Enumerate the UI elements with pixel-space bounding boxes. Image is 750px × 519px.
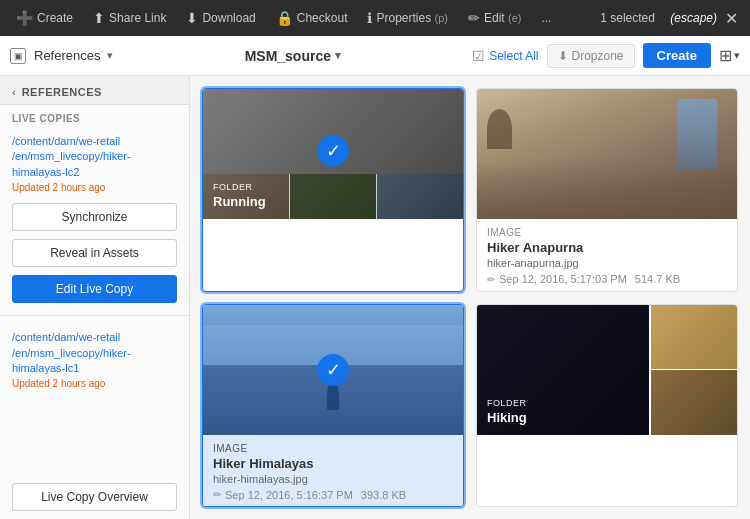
reveal-in-assets-btn[interactable]: Reveal in Assets <box>12 239 177 267</box>
check-icon-running: ✓ <box>317 135 349 167</box>
card-type-anapurna: IMAGE <box>487 227 727 238</box>
select-all-btn[interactable]: ☑ Select All <box>472 48 538 64</box>
edit-icon-anapurna: ✏ <box>487 274 495 285</box>
check-icon-himalayas: ✓ <box>317 354 349 386</box>
live-copies-title: LIVE COPIES <box>0 105 189 128</box>
hiker-anapurna-info: IMAGE Hiker Anapurna hiker-anapurna.jpg … <box>477 219 737 292</box>
card-dim-himalayas: 1620×1080 <box>213 505 453 508</box>
share-label: Share Link <box>109 11 166 25</box>
sidebar: ‹ REFERENCES LIVE COPIES /content/dam/we… <box>0 76 190 519</box>
hiker-himalayas-card[interactable]: ✓ IMAGE Hiker Himalayas hiker-himalayas.… <box>202 304 464 508</box>
card-type-running: FOLDER <box>213 182 453 192</box>
card-meta-himalayas: ✏ Sep 12, 2016, 5:16:37 PM 393.8 KB <box>213 489 453 501</box>
chevron-down-icon-view: ▾ <box>734 49 740 62</box>
content-area: FOLDER Running ✓ IMAGE <box>190 76 750 519</box>
pencil-icon: ✏ <box>468 10 480 26</box>
actionbar-right: ☑ Select All ⬇ Dropzone Create ⊞ ▾ <box>472 43 740 68</box>
card-filename-himalayas: hiker-himalayas.jpg <box>213 473 453 485</box>
msm-source-container: MSM_source ▾ <box>121 48 464 64</box>
live-copy-overview-btn[interactable]: Live Copy Overview <box>12 483 177 511</box>
dropzone-icon: ⬇ <box>558 49 568 63</box>
plus-icon: ➕ <box>16 10 33 26</box>
sidebar-divider <box>0 315 189 316</box>
chevron-down-icon-msm: ▾ <box>335 49 341 62</box>
card-filename-anapurna: hiker-anapurna.jpg <box>487 257 727 269</box>
references-label: References <box>34 48 100 63</box>
download-label: Download <box>202 11 255 25</box>
lock-icon: 🔒 <box>276 10 293 26</box>
card-dim-anapurna: 1620×1080 <box>487 289 727 292</box>
card-title-hiking: Hiking <box>487 410 639 425</box>
card-type-hiking: FOLDER <box>487 398 639 408</box>
running-folder-card[interactable]: FOLDER Running ✓ <box>202 88 464 292</box>
close-btn[interactable]: ✕ <box>721 7 742 30</box>
dropzone-btn[interactable]: ⬇ Dropzone <box>547 44 635 68</box>
create-btn-main[interactable]: Create <box>643 43 711 68</box>
card-title-running: Running <box>213 194 453 209</box>
edit-label: Edit (e) <box>484 11 521 25</box>
hiking-overlay: FOLDER Hiking <box>477 305 649 435</box>
edit-btn[interactable]: ✏ Edit (e) <box>460 6 529 30</box>
actionbar: ▣ References ▾ MSM_source ▾ ☑ Select All… <box>0 36 750 76</box>
toolbar: ➕ Create ⬆ Share Link ⬇ Download 🔒 Check… <box>0 0 750 36</box>
card-title-himalayas: Hiker Himalayas <box>213 456 453 471</box>
ellipsis-icon: ... <box>541 11 551 25</box>
download-icon: ⬇ <box>186 10 198 26</box>
share-link-btn[interactable]: ⬆ Share Link <box>85 6 174 30</box>
properties-label: Properties (p) <box>376 11 447 25</box>
edit-icon-himalayas: ✏ <box>213 489 221 500</box>
view-toggle[interactable]: ⊞ ▾ <box>719 46 740 65</box>
live-copy-item-2: /content/dam/we-retail/en/msm_livecopy/h… <box>0 324 189 395</box>
synchronize-btn[interactable]: Synchronize <box>12 203 177 231</box>
hiker-anapurna-card[interactable]: IMAGE Hiker Anapurna hiker-anapurna.jpg … <box>476 88 738 292</box>
main-layout: ‹ REFERENCES LIVE COPIES /content/dam/we… <box>0 76 750 519</box>
sidebar-header: ‹ REFERENCES <box>0 76 189 105</box>
properties-btn[interactable]: ℹ Properties (p) <box>359 6 455 30</box>
checkbox-icon: ☑ <box>472 48 485 64</box>
download-btn[interactable]: ⬇ Download <box>178 6 263 30</box>
more-btn[interactable]: ... <box>533 7 559 29</box>
back-btn[interactable]: ‹ <box>12 86 16 98</box>
checkout-btn[interactable]: 🔒 Checkout <box>268 6 356 30</box>
references-dropdown[interactable]: ▣ References ▾ <box>10 48 113 64</box>
selected-count: 1 selected (escape) <box>600 11 717 25</box>
live-copy-item-1: /content/dam/we-retail/en/msm_livecopy/h… <box>0 128 189 199</box>
hiker-himalayas-info: IMAGE Hiker Himalayas hiker-himalayas.jp… <box>203 435 463 508</box>
chevron-down-icon: ▾ <box>107 49 113 62</box>
references-icon: ▣ <box>10 48 26 64</box>
create-label: Create <box>37 11 73 25</box>
live-copy-path-1: /content/dam/we-retail/en/msm_livecopy/h… <box>12 134 177 180</box>
msm-source-dropdown[interactable]: MSM_source ▾ <box>245 48 341 64</box>
create-toolbar-btn[interactable]: ➕ Create <box>8 6 81 30</box>
live-copy-updated-1: Updated 2 hours ago <box>12 182 177 193</box>
card-type-himalayas: IMAGE <box>213 443 453 454</box>
grid-icon: ⊞ <box>719 46 732 65</box>
card-meta-anapurna: ✏ Sep 12, 2016, 5:17:03 PM 514.7 KB <box>487 273 727 285</box>
info-icon: ℹ <box>367 10 372 26</box>
share-icon: ⬆ <box>93 10 105 26</box>
edit-live-copy-btn[interactable]: Edit Live Copy <box>12 275 177 303</box>
checkout-label: Checkout <box>297 11 348 25</box>
live-copy-path-2: /content/dam/we-retail/en/msm_livecopy/h… <box>12 330 177 376</box>
hiking-folder-card[interactable]: FOLDER Hiking <box>476 304 738 508</box>
card-title-anapurna: Hiker Anapurna <box>487 240 727 255</box>
live-copy-updated-2: Updated 2 hours ago <box>12 378 177 389</box>
